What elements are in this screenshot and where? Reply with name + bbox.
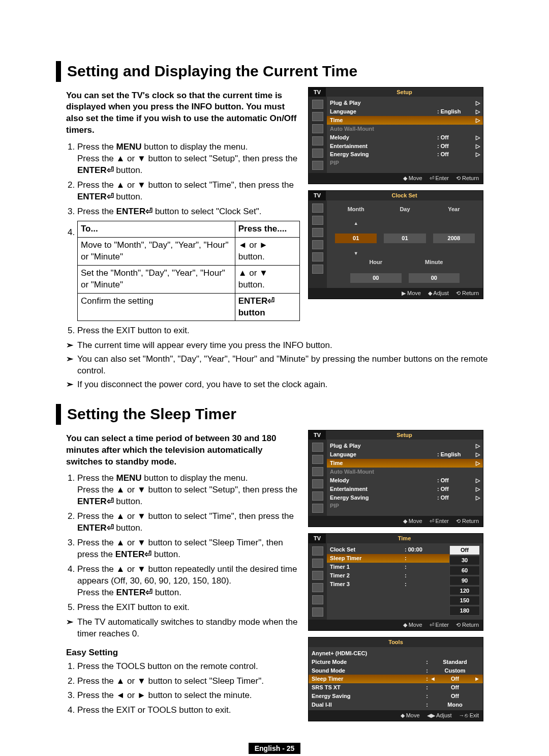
osd-clockset: TVClock Set Month Day Year ▲ 01 01 2008 … — [308, 190, 483, 299]
intro-sleep: You can select a time period of between … — [66, 433, 300, 468]
intro-time: You can set the TV's clock so that the c… — [66, 90, 300, 137]
osd-setup-2: TVSetup Plug & Play▷Language: English▷Ti… — [308, 430, 483, 528]
osd-setup-1: TVSetup Plug & Play▷Language: English▷Ti… — [308, 87, 483, 185]
section-title-time: Setting and Displaying the Current Time — [56, 61, 493, 82]
page-footer: English - 25 — [56, 743, 493, 754]
steps-sleep: Press the MENU button to display the men… — [77, 473, 300, 613]
easy-setting-head: Easy Setting — [66, 647, 300, 659]
easy-steps: Press the TOOLS button on the remote con… — [77, 661, 300, 717]
osd-time: TVTime Clock Set: 00:00Sleep Timer:Timer… — [308, 533, 483, 631]
action-table: To...Press the.... Move to "Month", "Day… — [77, 221, 300, 322]
section-title-sleep: Setting the Sleep Timer — [56, 404, 493, 425]
steps-time: Press the MENU button to display the men… — [77, 141, 300, 321]
osd-setup-menu: Plug & Play▷Language: English▷Time▷Auto … — [327, 97, 483, 173]
sleep-timer-dropdown: Off306090120150180 — [449, 545, 480, 619]
osd-tools: Tools Anynet+ (HDMI-CEC)Picture Mode:Sta… — [308, 637, 483, 721]
